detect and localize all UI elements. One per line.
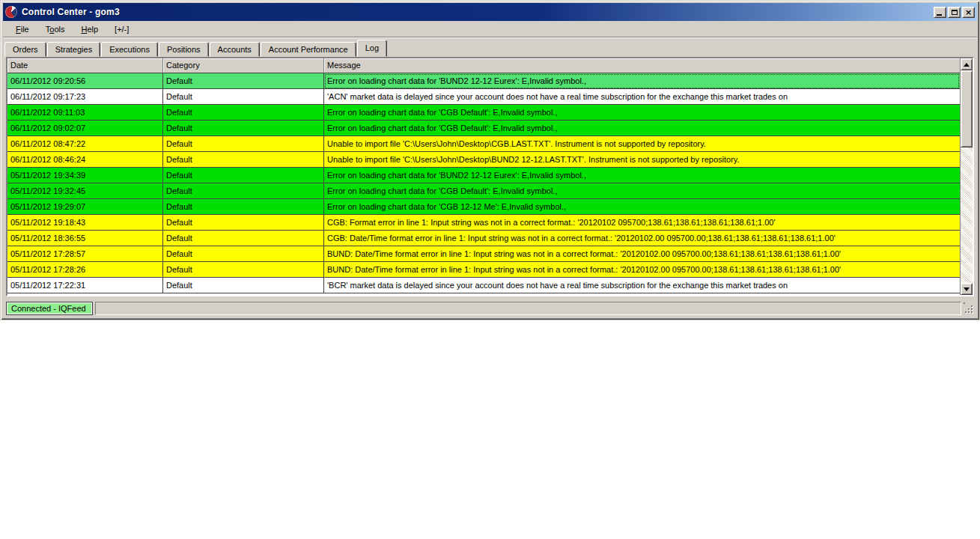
cell-category: Default bbox=[163, 278, 324, 293]
title-bar[interactable]: Control Center - gom3 × bbox=[3, 3, 977, 21]
menu-item-tools[interactable]: Tools bbox=[39, 23, 72, 35]
cell-message: 'BCR' market data is delayed since your … bbox=[324, 278, 960, 293]
table-row[interactable]: 06/11/2012 09:02:07DefaultError on loadi… bbox=[7, 121, 960, 136]
cell-date: 05/11/2012 19:34:39 bbox=[7, 168, 163, 183]
table-row[interactable]: 05/11/2012 19:29:07DefaultError on loadi… bbox=[7, 199, 960, 215]
table-row[interactable]: 05/11/2012 19:32:45DefaultError on loadi… bbox=[7, 183, 960, 199]
minimize-button[interactable] bbox=[934, 7, 946, 18]
cell-date: 06/11/2012 09:20:56 bbox=[7, 73, 163, 89]
cell-category: Default bbox=[163, 246, 324, 262]
cell-category: Default bbox=[163, 183, 324, 199]
minimize-icon bbox=[937, 14, 942, 16]
table-row[interactable]: 05/11/2012 18:36:55DefaultCGB: Date/Time… bbox=[7, 231, 960, 246]
vertical-scrollbar[interactable] bbox=[960, 58, 973, 295]
cell-message: Unable to import file 'C:\Users\John\Des… bbox=[324, 136, 960, 152]
scroll-up-button[interactable] bbox=[961, 58, 973, 70]
cell-message: 'ACN' market data is delayed since your … bbox=[324, 89, 960, 105]
app-logo-icon bbox=[5, 6, 17, 18]
cell-message: BUND: Date/Time format error in line 1: … bbox=[324, 246, 960, 262]
cell-category: Default bbox=[163, 121, 324, 136]
maximize-icon bbox=[952, 10, 958, 15]
status-bar: Connected - IQFeed bbox=[4, 300, 976, 317]
cell-date: 05/11/2012 19:32:45 bbox=[7, 183, 163, 199]
cell-date: 06/11/2012 08:46:24 bbox=[7, 152, 163, 168]
menu-item-file[interactable]: File bbox=[9, 23, 36, 35]
table-row[interactable]: 05/11/2012 17:28:26DefaultBUND: Date/Tim… bbox=[7, 262, 960, 278]
cell-message: CGB: Format error in line 1: Input strin… bbox=[324, 215, 960, 231]
arrow-up-icon bbox=[964, 63, 970, 67]
log-panel: DateCategoryMessage 06/11/2012 09:20:56D… bbox=[6, 57, 974, 296]
cell-category: Default bbox=[163, 262, 324, 278]
cell-date: 05/11/2012 17:28:57 bbox=[7, 246, 163, 262]
menu-bar: FileToolsHelp[+/-] bbox=[3, 21, 977, 37]
window-title: Control Center - gom3 bbox=[22, 7, 934, 17]
tab-accounts[interactable]: Accounts bbox=[210, 42, 260, 57]
scroll-down-button[interactable] bbox=[961, 283, 973, 295]
connection-status-badge: Connected - IQFeed bbox=[6, 302, 93, 315]
column-header-message[interactable]: Message bbox=[324, 58, 960, 73]
cell-date: 05/11/2012 17:22:31 bbox=[7, 278, 163, 293]
cell-category: Default bbox=[163, 136, 324, 152]
window-controls: × bbox=[934, 7, 975, 18]
status-bar-panel bbox=[95, 302, 961, 315]
cell-date: 06/11/2012 09:17:23 bbox=[7, 89, 163, 105]
resize-grip-icon[interactable] bbox=[964, 302, 974, 314]
column-header-date[interactable]: Date bbox=[7, 58, 163, 73]
tab-positions[interactable]: Positions bbox=[159, 42, 209, 57]
arrow-down-icon bbox=[964, 287, 970, 291]
cell-date: 06/11/2012 09:02:07 bbox=[7, 121, 163, 136]
cell-message: Error on loading chart data for 'CGB Def… bbox=[324, 105, 960, 121]
cell-message: Error on loading chart data for 'CGB 12-… bbox=[324, 199, 960, 215]
close-icon: × bbox=[965, 8, 972, 16]
cell-date: 05/11/2012 19:18:43 bbox=[7, 215, 163, 231]
tab-log[interactable]: Log bbox=[357, 40, 387, 57]
table-row[interactable]: 06/11/2012 09:11:03DefaultError on loadi… bbox=[7, 105, 960, 121]
cell-message: Error on loading chart data for 'BUND2 1… bbox=[324, 73, 960, 89]
cell-date: 06/11/2012 08:47:22 bbox=[7, 136, 163, 152]
tab-executions[interactable]: Executions bbox=[101, 42, 158, 57]
control-center-window: Control Center - gom3 × FileToolsHelp[+/… bbox=[0, 0, 980, 320]
cell-category: Default bbox=[163, 73, 324, 89]
table-row[interactable]: 06/11/2012 08:46:24DefaultUnable to impo… bbox=[7, 152, 960, 168]
cell-category: Default bbox=[163, 215, 324, 231]
menu-item-expand[interactable]: [+/-] bbox=[108, 23, 136, 35]
tab-strategies[interactable]: Strategies bbox=[47, 42, 101, 57]
scrollbar-thumb[interactable] bbox=[961, 70, 973, 147]
cell-category: Default bbox=[163, 105, 324, 121]
cell-message: Unable to import file 'C:\Users\John\Des… bbox=[324, 152, 960, 168]
table-row[interactable]: 05/11/2012 19:34:39DefaultError on loadi… bbox=[7, 168, 960, 183]
cell-message: BUND: Date/Time format error in line 1: … bbox=[324, 262, 960, 278]
cell-message: Error on loading chart data for 'CGB Def… bbox=[324, 121, 960, 136]
table-row[interactable]: 06/11/2012 09:20:56DefaultError on loadi… bbox=[7, 73, 960, 89]
tab-account-performance[interactable]: Account Performance bbox=[261, 42, 356, 57]
table-row[interactable]: 05/11/2012 17:28:57DefaultBUND: Date/Tim… bbox=[7, 246, 960, 262]
cell-date: 05/11/2012 17:28:26 bbox=[7, 262, 163, 278]
cell-category: Default bbox=[163, 231, 324, 246]
tab-strip: OrdersStrategiesExecutionsPositionsAccou… bbox=[3, 37, 977, 57]
menu-item-help[interactable]: Help bbox=[74, 23, 105, 35]
cell-category: Default bbox=[163, 168, 324, 183]
log-grid-header: DateCategoryMessage bbox=[7, 58, 960, 73]
desktop: Control Center - gom3 × FileToolsHelp[+/… bbox=[0, 0, 980, 539]
cell-date: 05/11/2012 19:29:07 bbox=[7, 199, 163, 215]
cell-category: Default bbox=[163, 152, 324, 168]
close-button[interactable]: × bbox=[962, 7, 975, 18]
table-row[interactable]: 06/11/2012 09:17:23Default'ACN' market d… bbox=[7, 89, 960, 105]
table-row[interactable]: 06/11/2012 08:47:22DefaultUnable to impo… bbox=[7, 136, 960, 152]
scrollbar-track[interactable] bbox=[961, 147, 973, 283]
cell-category: Default bbox=[163, 89, 324, 105]
cell-date: 06/11/2012 09:11:03 bbox=[7, 105, 163, 121]
cell-message: CGB: Date/Time format error in line 1: I… bbox=[324, 231, 960, 246]
cell-message: Error on loading chart data for 'CGB Def… bbox=[324, 183, 960, 199]
table-row[interactable]: 05/11/2012 17:22:31Default'BCR' market d… bbox=[7, 278, 960, 293]
cell-message: Error on loading chart data for 'BUND2 1… bbox=[324, 168, 960, 183]
log-grid-body: 06/11/2012 09:20:56DefaultError on loadi… bbox=[7, 73, 960, 295]
cell-date: 05/11/2012 18:36:55 bbox=[7, 231, 163, 246]
table-row[interactable]: 05/11/2012 19:18:43DefaultCGB: Format er… bbox=[7, 215, 960, 231]
tab-orders[interactable]: Orders bbox=[4, 42, 46, 57]
cell-category: Default bbox=[163, 199, 324, 215]
column-header-category[interactable]: Category bbox=[163, 58, 324, 73]
log-grid: DateCategoryMessage 06/11/2012 09:20:56D… bbox=[7, 58, 960, 295]
maximize-button[interactable] bbox=[948, 7, 961, 18]
